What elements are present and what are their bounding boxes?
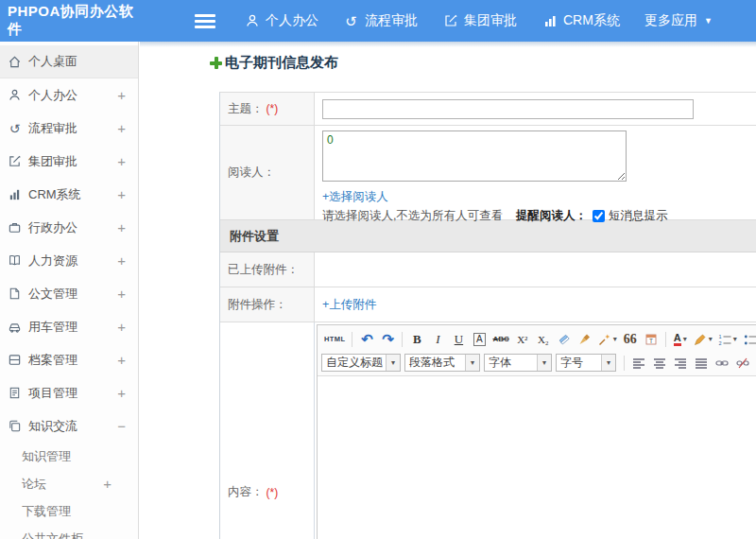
expand-plus-icon[interactable]: +: [117, 153, 126, 169]
nav-workflow-approval[interactable]: ↺ 流程审批: [343, 12, 418, 29]
svg-text:1: 1: [718, 334, 721, 339]
justify-button[interactable]: [692, 354, 711, 373]
sidebar-item-crm-system[interactable]: CRM系统 +: [0, 178, 138, 211]
expand-plus-icon[interactable]: +: [117, 352, 126, 368]
expand-plus-icon[interactable]: +: [117, 286, 126, 302]
expand-plus-icon[interactable]: +: [103, 476, 112, 492]
highlight-color-button[interactable]: ▾: [692, 330, 714, 349]
underline-button[interactable]: U: [449, 330, 468, 349]
auto-typeset-button[interactable]: ▾: [596, 330, 619, 349]
sidebar-item-label: 流程审批: [28, 120, 77, 137]
app-logo: PHPOA协同办公软件: [0, 3, 140, 39]
sidebar-subitem-knowledge-management[interactable]: 知识管理: [0, 443, 138, 470]
sidebar-item-workflow-approval[interactable]: ↺ 流程审批 +: [0, 112, 138, 145]
format-painter-button[interactable]: [576, 330, 594, 349]
collapse-minus-icon[interactable]: −: [117, 418, 126, 434]
archive-icon: [8, 353, 22, 367]
nav-group-approval[interactable]: 集团审批: [442, 12, 517, 29]
blockquote-button[interactable]: 66: [621, 330, 640, 349]
superscript-button[interactable]: X²: [513, 330, 532, 349]
sidebar-item-archive-management[interactable]: 档案管理 +: [0, 343, 138, 376]
italic-button[interactable]: I: [428, 330, 447, 349]
expand-plus-icon[interactable]: +: [117, 219, 126, 235]
toolbar-separator: [624, 356, 625, 371]
journal-publish-form: 主题： (*) 阅读人： 0 +选择阅读人 请选择阅读人,不选为所有人可查看 提…: [219, 92, 756, 539]
font-family-select[interactable]: 字体 ▾: [484, 354, 552, 372]
expand-plus-icon[interactable]: +: [117, 186, 126, 202]
readers-row: 阅读人： 0 +选择阅读人 请选择阅读人,不选为所有人可查看 提醒阅读人： 短消…: [220, 126, 756, 220]
sidebar-item-label: CRM系统: [28, 186, 81, 203]
bar-chart-icon: [541, 13, 558, 29]
sidebar-item-personal-desktop[interactable]: 个人桌面: [0, 45, 138, 78]
font-color-button[interactable]: A ▾: [671, 330, 690, 349]
unordered-list-button[interactable]: [741, 330, 756, 349]
top-nav: 个人办公 ↺ 流程审批 集团审批 CRM系统 更多应用 ▼: [244, 12, 737, 29]
caret-down-icon: ▾: [733, 335, 737, 343]
sidebar-item-knowledge-exchange[interactable]: 知识交流 −: [0, 409, 138, 443]
toolbar-separator: [665, 332, 666, 347]
link-button[interactable]: [713, 354, 731, 373]
bold-button[interactable]: B: [407, 330, 426, 349]
editor-content-area[interactable]: [318, 376, 756, 539]
sms-remind-checkbox[interactable]: [593, 210, 605, 222]
hamburger-menu-icon[interactable]: [195, 14, 215, 28]
expand-plus-icon[interactable]: +: [117, 385, 126, 401]
font-border-button[interactable]: A: [470, 330, 489, 349]
unlink-button[interactable]: [733, 354, 752, 373]
sidebar-item-personal-office[interactable]: 个人办公 +: [0, 78, 138, 112]
caret-down-icon: ▾: [709, 335, 713, 343]
strikethrough-button[interactable]: ABC: [490, 330, 510, 349]
sidebar-item-label: 公文管理: [28, 286, 77, 303]
select-readers-link[interactable]: +选择阅读人: [322, 188, 756, 205]
nav-label: 流程审批: [365, 12, 418, 29]
subject-label: 主题： (*): [220, 93, 315, 125]
magic-wand-icon: [598, 333, 611, 346]
car-icon: [8, 320, 22, 334]
eraser-button[interactable]: [555, 330, 574, 349]
required-asterisk: (*): [266, 486, 279, 499]
sidebar-item-label: 集团审批: [28, 153, 77, 170]
sidebar-item-human-resources[interactable]: 人力资源 +: [0, 244, 138, 277]
paragraph-format-select[interactable]: 段落格式 ▾: [404, 354, 480, 372]
sidebar-subitem-public-file-cabinet[interactable]: 公共文件柜: [0, 525, 138, 539]
upload-attachment-link[interactable]: +上传附件: [322, 297, 376, 313]
sidebar-subitem-download-management[interactable]: 下载管理: [0, 497, 138, 525]
expand-plus-icon[interactable]: +: [117, 120, 126, 136]
caret-down-icon: ▾: [613, 335, 617, 343]
nav-crm-system[interactable]: CRM系统: [541, 12, 620, 29]
chat-layers-icon: [8, 419, 22, 433]
sidebar-item-label: 个人桌面: [28, 53, 77, 70]
align-center-button[interactable]: [650, 354, 669, 373]
paste-text-button[interactable]: T: [642, 330, 661, 349]
caret-down-icon: ▾: [537, 355, 551, 371]
redo-button[interactable]: ↷: [378, 330, 397, 349]
align-right-button[interactable]: [671, 354, 690, 373]
undo-button[interactable]: ↶: [357, 330, 376, 349]
sidebar-item-admin-office[interactable]: 行政办公 +: [0, 211, 138, 244]
sidebar: 个人桌面 个人办公 + ↺ 流程审批 + 集团审批 + CRM系统 + 行政办公…: [0, 42, 139, 539]
readers-textarea[interactable]: 0: [322, 130, 627, 182]
ordered-list-button[interactable]: 12 ▾: [716, 330, 739, 349]
clipboard-icon: [8, 386, 22, 400]
sidebar-item-project-management[interactable]: 项目管理 +: [0, 376, 138, 409]
expand-plus-icon[interactable]: +: [117, 252, 126, 269]
align-left-button[interactable]: [629, 354, 648, 373]
uploaded-attachments-label: 已上传附件：: [220, 252, 315, 287]
sidebar-item-group-approval[interactable]: 集团审批 +: [0, 145, 138, 178]
subscript-button[interactable]: X₂: [534, 330, 553, 349]
sidebar-item-vehicle-management[interactable]: 用车管理 +: [0, 310, 138, 343]
html-source-button[interactable]: HTML: [322, 330, 347, 349]
nav-more-apps[interactable]: 更多应用 ▼: [644, 12, 713, 29]
sidebar-item-label: 用车管理: [28, 319, 77, 336]
highlighter-icon: [694, 333, 707, 346]
sidebar-subitem-forum[interactable]: 论坛 +: [0, 470, 138, 497]
subject-input[interactable]: [322, 99, 694, 119]
nav-personal-office[interactable]: 个人办公: [244, 12, 318, 29]
expand-plus-icon[interactable]: +: [117, 319, 126, 335]
custom-title-select[interactable]: 自定义标题 ▾: [321, 354, 401, 372]
font-size-select[interactable]: 字号 ▾: [556, 354, 616, 372]
app-header: PHPOA协同办公软件 个人办公 ↺ 流程审批 集团审批 CRM系统 更多应用: [0, 0, 756, 42]
content-row: 内容： (*) HTML ↶ ↷ B I: [220, 322, 756, 539]
sidebar-item-document-management[interactable]: 公文管理 +: [0, 277, 138, 310]
expand-plus-icon[interactable]: +: [117, 87, 126, 103]
